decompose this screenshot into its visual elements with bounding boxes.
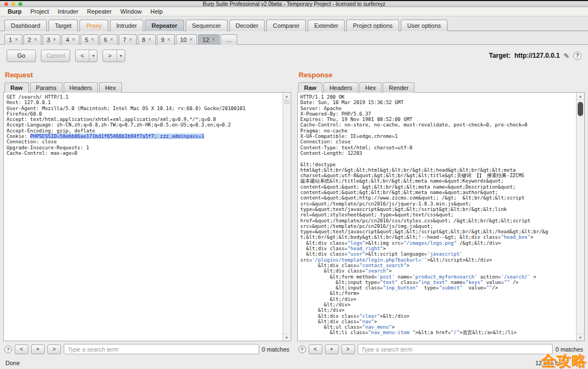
tab-proxy[interactable]: Proxy	[79, 20, 108, 31]
close-icon[interactable]: ×	[189, 37, 193, 43]
tab-number: 8	[142, 37, 145, 43]
search-prev-button[interactable]: <	[15, 344, 28, 354]
scroll-down-icon[interactable]: ▼	[577, 334, 584, 341]
request-tab-params[interactable]: Params	[30, 82, 63, 93]
search-help-icon[interactable]: ?	[4, 346, 12, 353]
repeater-item-tab-12[interactable]: 12×	[198, 34, 219, 45]
repeater-item-tab-4[interactable]: 4×	[62, 34, 79, 45]
close-icon[interactable]: ×	[129, 37, 132, 43]
code-line: X-Powered-By: PHP/5.6.37	[301, 111, 575, 117]
code-line: content=&quot;&quot;http://www.zzcms.com…	[301, 195, 575, 201]
close-window-button[interactable]	[4, 2, 8, 6]
repeater-item-tab-1[interactable]: 1×	[4, 34, 22, 45]
search-prev-button[interactable]: <	[309, 344, 322, 354]
scroll-down-icon[interactable]: ▼	[283, 334, 291, 341]
repeater-item-tab-2[interactable]: 2×	[23, 34, 41, 45]
request-tab-raw[interactable]: Raw	[4, 82, 29, 93]
chevron-down-icon[interactable]: ▾	[89, 50, 97, 62]
code-line: Expires: Thu, 19 Nov 1981 08:52:00 GMT	[301, 117, 575, 122]
menu-item-repeater[interactable]: Repeater	[83, 8, 116, 15]
search-next-button[interactable]: >	[341, 344, 355, 354]
string-literal: '/search/'	[501, 274, 530, 280]
menu-item-help[interactable]: Help	[146, 8, 167, 15]
search-next-button[interactable]: >	[47, 344, 61, 354]
search-help-icon[interactable]: ?	[298, 346, 306, 353]
close-icon[interactable]: ×	[15, 37, 18, 43]
code-line: &lt;/form>	[301, 291, 575, 296]
request-search-input[interactable]	[64, 344, 259, 354]
tab-target[interactable]: Target	[48, 20, 78, 31]
request-scrollbar[interactable]: ▲ ▼	[283, 93, 291, 341]
close-icon[interactable]: ×	[212, 37, 215, 43]
tab-intruder[interactable]: Intruder	[110, 20, 144, 31]
search-options-button[interactable]: +	[325, 344, 339, 354]
minimize-window-button[interactable]	[11, 2, 15, 6]
request-tab-headers[interactable]: Headers	[64, 82, 99, 93]
tab-comparer[interactable]: Comparer	[266, 20, 306, 31]
request-tab-hex[interactable]: Hex	[99, 82, 122, 93]
code-line: Cache-Control: no-store, no-cache, must-…	[301, 122, 575, 128]
chevron-down-icon[interactable]: ▾	[117, 50, 125, 62]
string-literal: 'product_myformsearch'	[412, 274, 477, 280]
response-tab-raw[interactable]: Raw	[298, 82, 323, 93]
scroll-up-icon[interactable]: ▲	[283, 93, 291, 100]
tab-extender[interactable]: Extender	[308, 20, 345, 31]
tab-sequencer[interactable]: Sequencer	[186, 20, 228, 31]
scroll-up-icon[interactable]: ▲	[577, 93, 584, 100]
cancel-button[interactable]: Cancel	[41, 50, 70, 62]
response-tab-headers[interactable]: Headers	[323, 82, 358, 93]
close-icon[interactable]: ×	[53, 37, 56, 43]
close-icon[interactable]: ×	[148, 37, 151, 43]
menu-item-project[interactable]: Project	[26, 8, 53, 15]
repeater-item-tab-7[interactable]: 7×	[119, 34, 137, 45]
next-request-button[interactable]: > ▾	[102, 50, 125, 62]
tab-user-options[interactable]: User options	[401, 20, 448, 31]
repeater-item-tab-8[interactable]: 8×	[138, 34, 156, 45]
target-url: http://127.0.0.1	[514, 52, 560, 59]
response-search-input[interactable]	[358, 344, 553, 354]
help-icon[interactable]: ?	[573, 52, 581, 60]
zoom-window-button[interactable]	[19, 2, 22, 6]
repeater-toolbar: Go Cancel < ▾ > ▾ Target: http://127.0.0…	[0, 45, 588, 66]
repeater-item-tab-10[interactable]: 10×	[176, 34, 197, 45]
tab-repeater[interactable]: Repeater	[145, 20, 183, 31]
repeater-more-tabs-button[interactable]: ...	[220, 34, 237, 45]
repeater-item-tab-9[interactable]: 9×	[157, 34, 175, 45]
tab-decoder[interactable]: Decoder	[229, 20, 265, 31]
repeater-item-tab-6[interactable]: 6×	[100, 34, 118, 45]
forward-arrow-icon[interactable]: >	[103, 50, 116, 62]
code-line: &lt;input type="text" class="inp_text" n…	[301, 280, 575, 285]
go-button[interactable]: Go	[7, 50, 36, 62]
menu-item-burp[interactable]: Burp	[3, 8, 26, 15]
request-scrollbar-thumb[interactable]	[284, 100, 290, 104]
response-tab-hex[interactable]: Hex	[359, 82, 382, 93]
tab-dashboard[interactable]: Dashboard	[4, 20, 47, 31]
back-arrow-icon[interactable]: <	[76, 50, 89, 62]
code-line: Date: Sun, 10 Mar 2019 15:36:52 GMT	[301, 100, 575, 105]
close-icon[interactable]: ×	[34, 37, 37, 43]
menu-item-intruder[interactable]: Intruder	[53, 8, 83, 15]
response-scrollbar-thumb[interactable]	[578, 102, 583, 116]
code-line: &lt;div class="logo">&lt;img src="/image…	[301, 240, 575, 246]
repeater-item-tab-5[interactable]: 5×	[81, 34, 99, 45]
search-options-button[interactable]: +	[31, 344, 45, 354]
prev-request-button[interactable]: < ▾	[75, 50, 97, 62]
response-tab-render[interactable]: Render	[383, 82, 414, 93]
window-controls	[4, 2, 22, 6]
close-icon[interactable]: ×	[110, 37, 113, 43]
repeater-item-tab-3[interactable]: 3×	[42, 34, 60, 45]
response-scrollbar[interactable]: ▲ ▼	[576, 93, 584, 341]
code-line: &lt;/div>	[301, 297, 575, 302]
code-line: &lt;div class="search">	[301, 268, 575, 274]
response-editor[interactable]: HTTP/1.1 200 OKDate: Sun, 10 Mar 2019 15…	[297, 92, 585, 341]
close-icon[interactable]: ×	[167, 37, 170, 43]
code-line: User-Agent: Mozilla/5.0 (Macintosh; Inte…	[7, 106, 281, 111]
tab-project-options[interactable]: Project options	[346, 20, 399, 31]
close-icon[interactable]: ×	[91, 37, 94, 43]
menu-item-window[interactable]: Window	[116, 8, 146, 15]
request-editor[interactable]: GET /search/ HTTP/1.1Host: 127.0.0.1User…	[3, 92, 291, 341]
edit-target-icon[interactable]: ✎	[564, 52, 569, 60]
main-tab-strip: DashboardTargetProxyIntruderRepeaterSequ…	[0, 16, 588, 31]
close-icon[interactable]: ×	[72, 37, 75, 43]
string-literal: '/plugins/template/login.php?backurl='	[312, 257, 424, 263]
